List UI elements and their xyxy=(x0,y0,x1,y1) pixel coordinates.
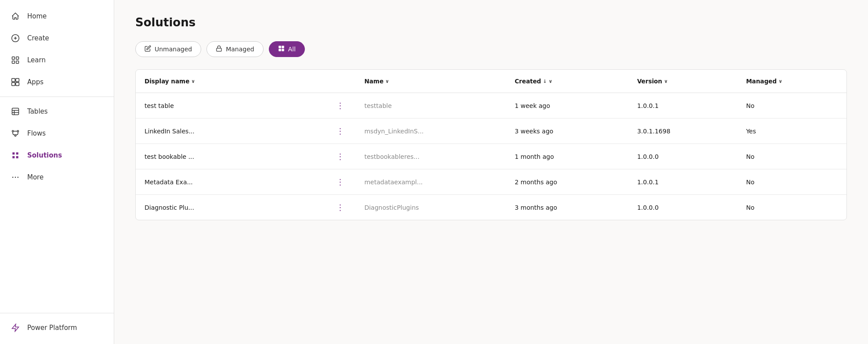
cell-display-name: test table xyxy=(136,93,325,118)
svg-rect-21 xyxy=(217,48,221,51)
page-title: Solutions xyxy=(135,16,847,29)
solutions-table-container: Display name ∨ Name ∨ Created xyxy=(135,69,847,220)
sidebar-item-flows[interactable]: Flows xyxy=(0,122,114,144)
table-row: test bookable ... ⋮ testbookableres... 1… xyxy=(136,144,846,169)
cell-display-name: test bookable ... xyxy=(136,144,325,169)
cell-version: 1.0.0.1 xyxy=(628,93,737,118)
col-header-name[interactable]: Name ∨ xyxy=(355,70,506,93)
cell-row-menu[interactable]: ⋮ xyxy=(325,169,355,195)
svg-point-15 xyxy=(12,130,14,132)
table-row: LinkedIn Sales... ⋮ msdyn_LinkedInS... 3… xyxy=(136,118,846,144)
cell-managed: No xyxy=(737,144,846,169)
sidebar-item-flows-label: Flows xyxy=(27,129,46,137)
sidebar-item-power-platform-label: Power Platform xyxy=(27,324,77,332)
table-row: Metadata Exa... ⋮ metadataexampl... 2 mo… xyxy=(136,169,846,195)
cell-display-name: Diagnostic Plu... xyxy=(136,195,325,220)
grid-icon xyxy=(278,45,285,53)
sidebar-divider-1 xyxy=(0,97,114,97)
col-header-created[interactable]: Created ↓ ∨ xyxy=(506,70,629,93)
sidebar-item-apps[interactable]: Apps xyxy=(0,71,114,93)
chevron-down-icon: ∨ xyxy=(664,79,668,84)
sidebar-item-solutions-label: Solutions xyxy=(27,151,62,159)
svg-rect-7 xyxy=(12,79,15,82)
col-menu-spacer xyxy=(325,70,355,93)
cell-row-menu[interactable]: ⋮ xyxy=(325,93,355,118)
cell-name: msdyn_LinkedInS... xyxy=(355,118,506,144)
cell-version: 1.0.0.0 xyxy=(628,195,737,220)
svg-point-20 xyxy=(18,177,19,178)
cell-display-name: Metadata Exa... xyxy=(136,169,325,195)
sidebar-item-create-label: Create xyxy=(27,34,49,42)
cell-name: DiagnosticPlugins xyxy=(355,195,506,220)
sidebar-item-more[interactable]: More xyxy=(0,166,114,188)
filter-unmanaged-label: Unmanaged xyxy=(155,46,192,53)
row-context-menu-icon[interactable]: ⋮ xyxy=(333,100,347,111)
sidebar-item-tables[interactable]: Tables xyxy=(0,100,114,122)
sidebar-item-home[interactable]: Home xyxy=(0,5,114,27)
svg-rect-6 xyxy=(16,61,19,64)
main-content: Solutions Unmanaged Managed xyxy=(114,0,868,344)
col-header-version[interactable]: Version ∨ xyxy=(628,70,737,93)
cell-name: testbookableres... xyxy=(355,144,506,169)
sidebar-item-more-label: More xyxy=(27,173,43,181)
sort-down-icon: ↓ ∨ xyxy=(543,79,553,84)
cell-managed: No xyxy=(737,169,846,195)
edit-icon xyxy=(145,45,151,53)
table-row: test table ⋮ testtable 1 week ago 1.0.0.… xyxy=(136,93,846,118)
row-context-menu-icon[interactable]: ⋮ xyxy=(333,125,347,136)
sidebar-item-home-label: Home xyxy=(27,12,47,20)
cell-created: 2 months ago xyxy=(506,169,629,195)
col-header-managed[interactable]: Managed ∨ xyxy=(737,70,846,93)
row-context-menu-icon[interactable]: ⋮ xyxy=(333,151,347,162)
filter-bar: Unmanaged Managed All xyxy=(135,41,847,57)
sidebar-bottom: Power Platform xyxy=(0,313,114,339)
svg-rect-3 xyxy=(12,57,15,60)
sidebar-item-power-platform[interactable]: Power Platform xyxy=(0,317,114,339)
tables-icon xyxy=(11,107,20,116)
cell-created: 1 week ago xyxy=(506,93,629,118)
sidebar: Home Create Learn Apps xyxy=(0,0,114,344)
cell-version: 1.0.0.1 xyxy=(628,169,737,195)
cell-name: metadataexampl... xyxy=(355,169,506,195)
cell-version: 1.0.0.0 xyxy=(628,144,737,169)
cell-managed: Yes xyxy=(737,118,846,144)
cell-created: 1 month ago xyxy=(506,144,629,169)
sidebar-item-tables-label: Tables xyxy=(27,108,48,115)
row-context-menu-icon[interactable]: ⋮ xyxy=(333,176,347,187)
sidebar-item-learn[interactable]: Learn xyxy=(0,49,114,71)
cell-version: 3.0.1.1698 xyxy=(628,118,737,144)
cell-managed: No xyxy=(737,195,846,220)
svg-rect-24 xyxy=(278,49,281,51)
sidebar-item-solutions[interactable]: Solutions xyxy=(0,144,114,166)
power-platform-icon xyxy=(11,323,20,333)
table-header-row: Display name ∨ Name ∨ Created xyxy=(136,70,846,93)
svg-point-16 xyxy=(17,130,18,132)
filter-all[interactable]: All xyxy=(269,41,305,57)
cell-row-menu[interactable]: ⋮ xyxy=(325,118,355,144)
solutions-icon xyxy=(11,150,20,160)
col-header-display-name[interactable]: Display name ∨ xyxy=(136,70,325,93)
sidebar-item-apps-label: Apps xyxy=(27,78,43,86)
filter-managed[interactable]: Managed xyxy=(206,41,264,57)
apps-icon xyxy=(11,77,20,87)
create-icon xyxy=(11,33,20,43)
solutions-table: Display name ∨ Name ∨ Created xyxy=(136,70,846,220)
svg-point-19 xyxy=(15,177,16,178)
cell-row-menu[interactable]: ⋮ xyxy=(325,144,355,169)
lock-icon xyxy=(216,45,222,53)
sidebar-item-create[interactable]: Create xyxy=(0,27,114,49)
chevron-down-icon: ∨ xyxy=(385,79,389,84)
home-icon xyxy=(11,11,20,21)
svg-rect-10 xyxy=(16,82,19,86)
learn-icon xyxy=(11,55,20,65)
chevron-down-icon: ∨ xyxy=(191,79,195,84)
svg-rect-5 xyxy=(12,61,15,64)
more-icon xyxy=(11,172,20,182)
chevron-down-icon: ∨ xyxy=(778,79,782,84)
filter-all-label: All xyxy=(288,46,296,53)
row-context-menu-icon[interactable]: ⋮ xyxy=(333,202,347,213)
cell-row-menu[interactable]: ⋮ xyxy=(325,195,355,220)
filter-unmanaged[interactable]: Unmanaged xyxy=(135,41,201,57)
flows-icon xyxy=(11,129,20,138)
table-row: Diagnostic Plu... ⋮ DiagnosticPlugins 3 … xyxy=(136,195,846,220)
